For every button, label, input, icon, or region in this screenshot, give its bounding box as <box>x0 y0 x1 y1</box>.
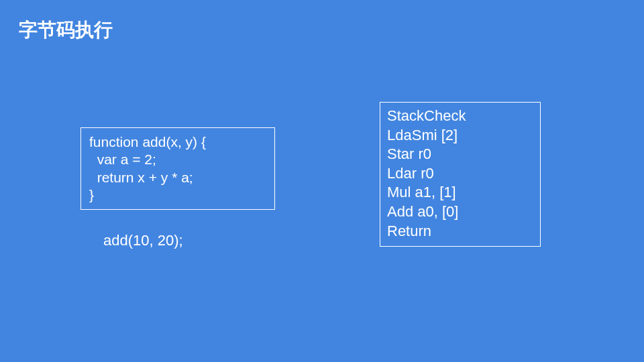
source-code-box: function add(x, y) { var a = 2; return x… <box>80 127 275 210</box>
slide-title: 字节码执行 <box>19 17 113 43</box>
function-call-line: add(10, 20); <box>103 232 183 249</box>
bytecode-box: StackCheck LdaSmi [2] Star r0 Ldar r0 Mu… <box>380 102 541 247</box>
